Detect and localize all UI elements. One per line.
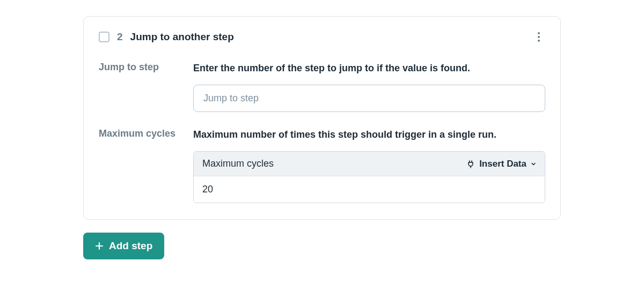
step-header-left: 2 Jump to another step: [99, 31, 234, 43]
maximum-cycles-field: Maximum cycles Maximum number of times t…: [99, 128, 545, 203]
step-title: Jump to another step: [130, 31, 234, 43]
svg-point-0: [538, 32, 540, 34]
step-header: 2 Jump to another step: [99, 31, 545, 43]
insert-data-label: Insert Data: [479, 159, 526, 169]
maximum-cycles-content: Maximum number of times this step should…: [193, 128, 545, 203]
add-step-label: Add step: [109, 240, 152, 252]
jump-to-step-content: Enter the number of the step to jump to …: [193, 62, 545, 112]
maximum-cycles-description: Maximum number of times this step should…: [193, 128, 545, 141]
maximum-cycles-header: Maximum cycles Insert Data: [194, 152, 545, 176]
jump-to-step-input[interactable]: [193, 85, 545, 112]
jump-to-step-label: Jump to step: [99, 62, 193, 73]
svg-point-1: [538, 36, 540, 38]
step-card: 2 Jump to another step Jump to step Ente…: [83, 16, 561, 220]
svg-point-2: [538, 40, 540, 42]
maximum-cycles-label: Maximum cycles: [99, 128, 193, 139]
add-step-button[interactable]: Add step: [83, 233, 164, 259]
jump-to-step-description: Enter the number of the step to jump to …: [193, 62, 545, 75]
step-number: 2: [117, 31, 123, 43]
insert-data-button[interactable]: Insert Data: [466, 159, 536, 169]
maximum-cycles-header-label: Maximum cycles: [202, 158, 274, 169]
jump-to-step-field: Jump to step Enter the number of the ste…: [99, 62, 545, 112]
maximum-cycles-box: Maximum cycles Insert Data: [193, 151, 545, 203]
maximum-cycles-input[interactable]: [194, 176, 545, 203]
plug-icon: [466, 160, 475, 168]
more-options-icon[interactable]: [532, 31, 545, 43]
plus-icon: [95, 242, 104, 250]
step-select-checkbox[interactable]: [99, 32, 109, 42]
chevron-down-icon: [531, 161, 536, 167]
